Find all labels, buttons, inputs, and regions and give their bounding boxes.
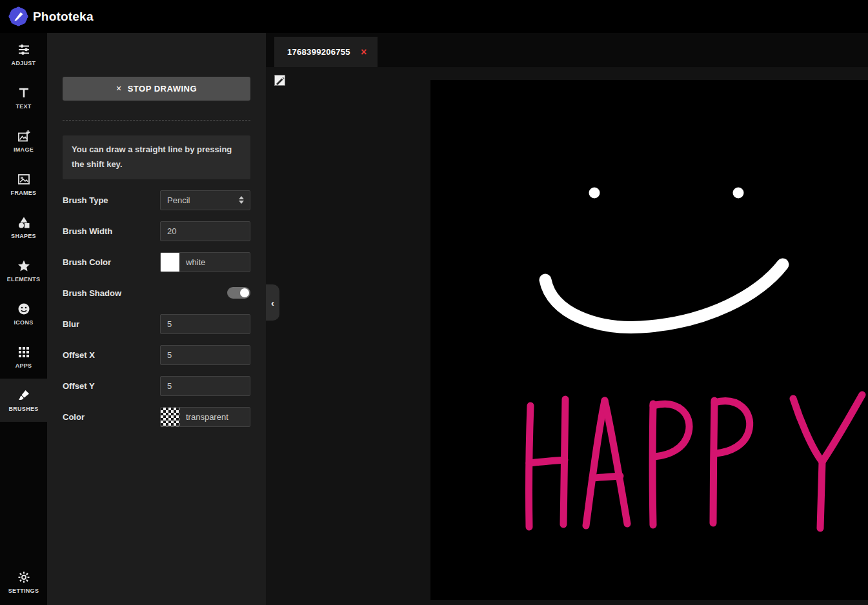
brush-color-label: Brush Color [63,257,111,267]
sidebar-item-label: ICONS [14,319,33,326]
brush-type-value: Pencil [167,195,190,205]
sidebar-item-icons[interactable]: ICONS [0,292,47,335]
tool-sidebar: ADJUST TEXT IMAGE [0,33,47,605]
tab-close-icon[interactable]: × [361,47,367,57]
sidebar-item-adjust[interactable]: ADJUST [0,33,47,76]
sliders-icon [17,43,30,56]
sidebar-item-label: IMAGE [14,146,34,153]
offset-y-row: Offset Y [63,376,250,396]
sidebar-item-elements[interactable]: ELEMENTS [0,249,47,292]
shadow-color-label: Color [63,412,85,422]
blur-label: Blur [63,319,79,329]
transparent-swatch[interactable] [161,408,179,426]
sidebar-item-shapes[interactable]: SHAPES [0,206,47,249]
shift-key-hint: You can draw a straight line by pressing… [63,135,250,179]
sidebar-item-label: FRAMES [11,190,37,196]
offset-x-row: Offset X [63,345,250,365]
color-swatch-white[interactable] [161,253,179,272]
app-logo-icon [8,6,28,26]
pen-indicator-icon[interactable] [274,75,285,86]
close-icon: × [116,83,122,94]
offset-y-label: Offset Y [63,381,95,391]
sidebar-item-settings[interactable]: SETTINGS [0,560,47,604]
smiley-icon [17,302,30,315]
sidebar-item-label: SHAPES [11,233,36,239]
brush-width-row: Brush Width [63,221,250,241]
tab-title: 1768399206755 [287,47,350,57]
brush-shadow-label: Brush Shadow [63,288,121,298]
dashed-divider [63,120,250,121]
document-tab[interactable]: 1768399206755 × [274,37,378,67]
stop-drawing-label: STOP DRAWING [128,84,197,94]
toggle-knob [240,288,249,297]
canvas-drawing [430,80,868,600]
app-header: Phototeka [0,0,868,33]
brush-color-value: white [179,257,205,267]
offset-x-label: Offset X [63,350,95,360]
brush-color-row: Brush Color white [63,252,250,272]
chevron-updown-icon [239,196,244,204]
frame-icon [17,173,30,186]
sidebar-item-label: ADJUST [12,60,36,66]
document-tabbar: 1768399206755 × [266,33,868,67]
sidebar-item-label: SETTINGS [8,588,39,594]
sidebar-item-label: ELEMENTS [7,276,40,283]
shapes-icon [17,216,30,229]
sidebar-item-label: APPS [15,362,32,369]
sidebar-item-image[interactable]: IMAGE [0,119,47,163]
text-icon [17,86,30,99]
brush-type-row: Brush Type Pencil [63,190,250,210]
canvas-area: HAPPY [266,67,868,605]
offset-y-input[interactable] [160,376,250,396]
stop-drawing-button[interactable]: × STOP DRAWING [63,77,250,101]
chevron-left-icon: ‹ [271,297,274,308]
panel-collapse-handle[interactable]: ‹ [266,284,279,321]
app-title: Phototeka [33,10,94,24]
sidebar-item-label: BRUSHES [8,406,38,412]
drawing-canvas[interactable]: HAPPY [430,80,868,600]
sidebar-item-apps[interactable]: APPS [0,335,47,379]
shadow-color-input[interactable]: transparent [160,407,250,427]
image-add-icon [17,130,30,143]
sidebar-item-text[interactable]: TEXT [0,76,47,119]
gear-icon [17,571,30,584]
blur-row: Blur [63,314,250,334]
brush-type-select[interactable]: Pencil [160,190,250,210]
offset-x-input[interactable] [160,345,250,365]
workspace: 1768399206755 × HAPPY [266,33,868,605]
brush-shadow-row: Brush Shadow [63,283,250,303]
sidebar-item-label: TEXT [15,103,31,110]
brush-shadow-toggle[interactable] [227,287,250,299]
brush-color-input[interactable]: white [160,252,250,272]
grid-icon [17,346,30,359]
blur-input[interactable] [160,314,250,334]
brush-width-label: Brush Width [63,226,112,236]
star-icon [17,259,30,272]
sidebar-item-brushes[interactable]: BRUSHES [0,379,47,422]
brush-width-input[interactable] [160,221,250,241]
phototeka-app: Phototeka ADJUST TEXT [0,0,868,605]
brush-icon [17,389,30,402]
sidebar-item-frames[interactable]: FRAMES [0,163,47,206]
shadow-color-value: transparent [179,412,228,422]
brush-type-label: Brush Type [63,195,108,205]
shadow-color-row: Color transparent [63,407,250,427]
brush-settings-panel: × STOP DRAWING You can draw a straight l… [47,33,266,605]
